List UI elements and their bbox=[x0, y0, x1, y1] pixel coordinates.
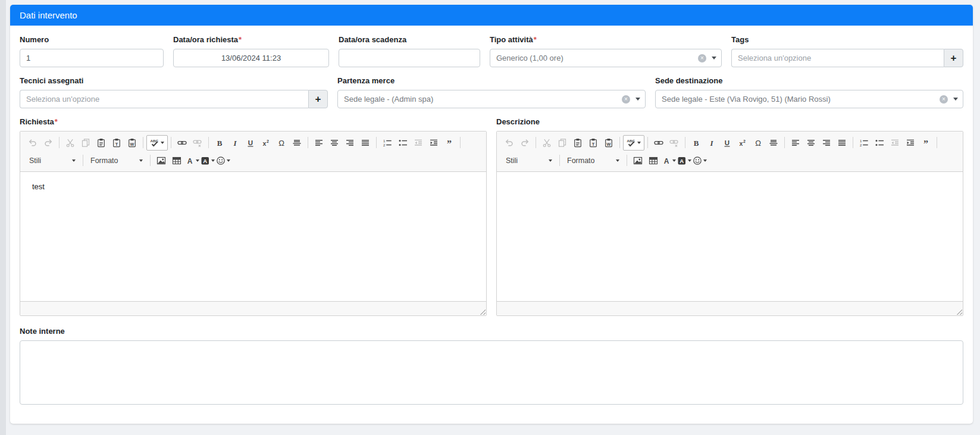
svg-text:x: x bbox=[739, 139, 743, 146]
descrizione-editor-toolbar: TWABCBIUx2Ω12”StiliFormatoAA bbox=[497, 132, 963, 172]
clear-icon[interactable]: × bbox=[940, 95, 948, 104]
align-right-button[interactable] bbox=[819, 135, 834, 151]
styles-combo[interactable]: Stili bbox=[25, 154, 80, 168]
superscript-icon: x2 bbox=[738, 138, 747, 148]
background-color-icon: A bbox=[201, 156, 210, 165]
blockquote-button[interactable]: ” bbox=[442, 135, 457, 151]
numero-input[interactable] bbox=[20, 49, 164, 67]
underline-button[interactable]: U bbox=[719, 135, 735, 151]
resize-handle-icon[interactable] bbox=[956, 308, 962, 315]
spell-check-button[interactable]: ABC bbox=[146, 135, 168, 151]
descrizione-editor: TWABCBIUx2Ω12”StiliFormatoAA bbox=[496, 131, 963, 316]
chevron-down-icon bbox=[616, 159, 619, 162]
background-color-button[interactable]: A bbox=[200, 153, 215, 168]
align-left-button[interactable] bbox=[311, 135, 327, 151]
unlink-icon bbox=[193, 138, 202, 148]
tecnici-add-button[interactable]: + bbox=[308, 90, 328, 108]
field-tecnici-assegnati: Tecnici assegnati + bbox=[20, 76, 328, 108]
dropdown-caret-icon bbox=[953, 98, 958, 101]
panel-body: Numero Data/ora richiesta* Data/ora scad… bbox=[10, 26, 973, 405]
richiesta-editor-toolbar: TWABCBIUx2Ω12”StiliFormatoAA bbox=[20, 132, 486, 172]
text-color-button[interactable]: A bbox=[661, 153, 677, 168]
horizontal-rule-button[interactable] bbox=[289, 135, 305, 151]
partenza-merce-select[interactable]: Sede legale - (Admin spa) × bbox=[337, 90, 646, 108]
tipo-attivita-select[interactable]: Generico (1,00 ore) × bbox=[490, 49, 722, 67]
data-ora-richiesta-input[interactable] bbox=[173, 49, 329, 67]
partenza-merce-label: Partenza merce bbox=[337, 76, 646, 86]
smiley-button[interactable] bbox=[692, 153, 707, 168]
paste-text-button[interactable]: T bbox=[109, 135, 124, 151]
sede-destinazione-select[interactable]: Sede legale - Este (Via Rovigo, 51) (Mar… bbox=[655, 90, 963, 108]
link-button[interactable] bbox=[651, 135, 666, 151]
align-center-button[interactable] bbox=[803, 135, 819, 151]
chevron-down-icon bbox=[549, 159, 552, 162]
image-button[interactable] bbox=[630, 153, 646, 168]
align-justify-button[interactable] bbox=[834, 135, 850, 151]
paste-button[interactable] bbox=[93, 135, 109, 151]
image-button[interactable] bbox=[154, 153, 169, 168]
data-ora-scadenza-input[interactable] bbox=[339, 49, 480, 67]
format-combo[interactable]: Formato bbox=[563, 154, 624, 168]
tags-input[interactable] bbox=[731, 49, 944, 67]
superscript-icon: x2 bbox=[261, 138, 271, 148]
cut-icon bbox=[65, 138, 75, 148]
tags-add-button[interactable]: + bbox=[944, 49, 963, 67]
indent-button[interactable] bbox=[903, 135, 918, 151]
sede-destinazione-value: Sede legale - Este (Via Rovigo, 51) (Mar… bbox=[662, 95, 940, 104]
paste-word-button[interactable]: W bbox=[601, 135, 616, 151]
superscript-button[interactable]: x2 bbox=[735, 135, 750, 151]
link-button[interactable] bbox=[174, 135, 190, 151]
horizontal-rule-button[interactable] bbox=[766, 135, 781, 151]
paste-text-button[interactable]: T bbox=[586, 135, 601, 151]
field-sede-destinazione: Sede destinazione Sede legale - Este (Vi… bbox=[655, 76, 963, 108]
align-right-button[interactable] bbox=[342, 135, 358, 151]
toolbar-separator bbox=[143, 137, 143, 148]
dropdown-caret-icon bbox=[635, 98, 640, 101]
svg-text:A: A bbox=[664, 157, 669, 165]
form-row-2: Tecnici assegnati + Partenza merce Sede … bbox=[20, 76, 963, 108]
redo-icon bbox=[43, 138, 53, 148]
smiley-button[interactable] bbox=[215, 153, 231, 168]
format-combo[interactable]: Formato bbox=[86, 154, 147, 168]
resize-handle-icon[interactable] bbox=[479, 308, 486, 315]
numbered-list-button[interactable]: 12 bbox=[380, 135, 395, 151]
descrizione-editor-content[interactable] bbox=[497, 172, 963, 301]
bold-button[interactable]: B bbox=[212, 135, 227, 151]
styles-combo-label: Stili bbox=[29, 157, 41, 165]
underline-button[interactable]: U bbox=[243, 135, 258, 151]
align-center-button[interactable] bbox=[327, 135, 342, 151]
clear-icon[interactable]: × bbox=[622, 95, 630, 104]
richiesta-editor-content[interactable]: test bbox=[20, 172, 486, 301]
tecnici-assegnati-input[interactable] bbox=[20, 90, 308, 108]
special-character-button[interactable]: Ω bbox=[274, 135, 289, 151]
bold-button[interactable]: B bbox=[688, 135, 704, 151]
align-left-button[interactable] bbox=[788, 135, 803, 151]
tags-label: Tags bbox=[731, 35, 963, 45]
table-button[interactable] bbox=[169, 153, 184, 168]
clear-icon[interactable]: × bbox=[698, 54, 706, 62]
bulleted-list-button[interactable] bbox=[395, 135, 411, 151]
table-button[interactable] bbox=[646, 153, 661, 168]
italic-button[interactable]: I bbox=[704, 135, 719, 151]
indent-button[interactable] bbox=[426, 135, 442, 151]
numero-label: Numero bbox=[20, 35, 164, 45]
styles-combo[interactable]: Stili bbox=[502, 154, 556, 168]
background-color-button[interactable]: A bbox=[677, 153, 692, 168]
align-left-icon bbox=[314, 138, 324, 148]
special-character-button[interactable]: Ω bbox=[750, 135, 766, 151]
superscript-button[interactable]: x2 bbox=[258, 135, 274, 151]
blockquote-button[interactable]: ” bbox=[918, 135, 934, 151]
numbered-list-button[interactable]: 12 bbox=[856, 135, 872, 151]
svg-text:2: 2 bbox=[267, 139, 269, 143]
note-interne-textarea[interactable] bbox=[20, 340, 963, 405]
field-note-interne: Note interne bbox=[20, 327, 963, 405]
align-justify-button[interactable] bbox=[358, 135, 373, 151]
copy-icon bbox=[81, 138, 90, 148]
paste-word-button[interactable]: W bbox=[124, 135, 140, 151]
spell-check-button[interactable]: ABC bbox=[623, 135, 644, 151]
italic-button[interactable]: I bbox=[227, 135, 243, 151]
format-combo-label: Formato bbox=[567, 157, 595, 165]
bulleted-list-button[interactable] bbox=[872, 135, 887, 151]
text-color-button[interactable]: A bbox=[184, 153, 200, 168]
paste-button[interactable] bbox=[570, 135, 586, 151]
